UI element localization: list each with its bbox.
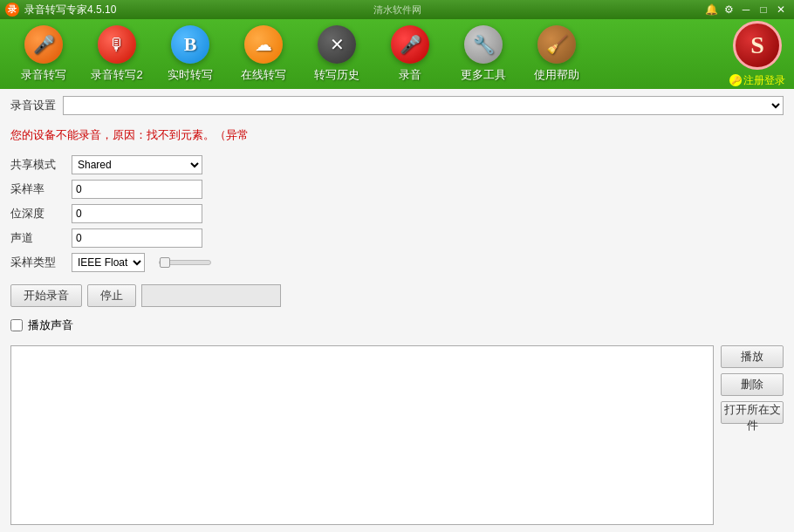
error-text: 您的设备不能录音，原因：找不到元素。（异常	[10, 127, 784, 143]
toolbar-item-online-transcribe[interactable]: ☁ 在线转写	[229, 23, 298, 85]
sample-rate-input[interactable]	[72, 180, 202, 199]
bottom-area: 播放 删除 打开所在文件	[10, 345, 784, 525]
text-area[interactable]	[10, 345, 714, 525]
record-transcribe2-icon: 🎙	[98, 25, 136, 64]
right-buttons: 播放 删除 打开所在文件	[721, 345, 784, 525]
toolbar-item-record-transcribe[interactable]: 🎤 录音转写	[9, 23, 79, 85]
register-label: 注册登录	[743, 73, 785, 88]
bit-depth-input[interactable]	[72, 204, 202, 223]
main-content: 录音设置 您的设备不能录音，原因：找不到元素。（异常 共享模式 Shared 采…	[0, 89, 794, 532]
device-select-row	[63, 96, 784, 115]
slider-thumb	[160, 257, 170, 268]
record-transcribe-icon: 🎤	[24, 25, 63, 64]
stop-button[interactable]: 停止	[87, 284, 136, 307]
title-bar: 录 录音转写专家4.5.10 清水软件网 🔔 ⚙ ─ □ ✕	[0, 0, 794, 19]
record-transcribe-label: 录音转写	[21, 67, 66, 83]
watermark: 清水软件网	[373, 3, 421, 17]
realtime-transcribe-label: 实时转写	[168, 67, 213, 83]
toolbar-item-more-tools[interactable]: 🔧 更多工具	[448, 23, 518, 85]
progress-bar	[141, 284, 281, 307]
sample-type-row: IEEE Float	[72, 253, 211, 272]
channels-input[interactable]	[72, 228, 202, 248]
history-label: 转写历史	[314, 67, 359, 83]
toolbar-item-history[interactable]: ✕ 转写历史	[302, 23, 372, 85]
history-icon: ✕	[318, 25, 356, 64]
title-bar-left: 录 录音转写专家4.5.10	[5, 3, 116, 17]
section-title: 录音设置	[10, 98, 56, 113]
toolbar-item-record[interactable]: 🎤 录音	[375, 23, 445, 85]
maximize-button[interactable]: □	[756, 3, 771, 17]
share-mode-label: 共享模式	[10, 157, 72, 173]
logo: S	[733, 21, 782, 70]
more-tools-icon: 🔧	[464, 25, 503, 64]
play-button[interactable]: 播放	[721, 345, 784, 368]
recording-settings-header: 录音设置	[10, 96, 784, 115]
device-select[interactable]	[63, 96, 784, 115]
action-buttons-row: 开始录音 停止	[10, 284, 784, 307]
title-controls: 🔔 ⚙ ─ □ ✕	[703, 3, 789, 17]
realtime-transcribe-icon: B	[171, 25, 209, 64]
toolbar-item-record-transcribe2[interactable]: 🎙 录音转写2	[82, 23, 152, 85]
delete-button[interactable]: 删除	[721, 373, 784, 396]
play-sound-label: 播放声音	[28, 317, 73, 333]
minimize-button[interactable]: ─	[738, 3, 754, 17]
record-icon: 🎤	[391, 25, 429, 64]
play-sound-checkbox[interactable]	[10, 319, 23, 331]
close-button[interactable]: ✕	[773, 3, 789, 17]
start-recording-button[interactable]: 开始录音	[10, 284, 82, 307]
sample-rate-label: 采样率	[10, 181, 72, 197]
register-button[interactable]: 🔑 注册登录	[729, 73, 785, 88]
sample-type-label: 采样类型	[10, 255, 72, 270]
toolbar-item-realtime-transcribe[interactable]: B 实时转写	[155, 23, 225, 85]
toolbar-item-help[interactable]: 🧹 使用帮助	[522, 23, 592, 85]
record-transcribe2-label: 录音转写2	[91, 67, 142, 83]
online-transcribe-icon: ☁	[244, 25, 283, 64]
share-mode-select[interactable]: Shared	[72, 155, 202, 174]
open-folder-button[interactable]: 打开所在文件	[721, 401, 784, 424]
help-label: 使用帮助	[534, 67, 579, 83]
register-icon: 🔑	[729, 74, 742, 86]
settings-button[interactable]: ⚙	[721, 3, 736, 17]
tray-button[interactable]: 🔔	[703, 3, 719, 17]
online-transcribe-label: 在线转写	[241, 67, 286, 83]
more-tools-label: 更多工具	[461, 67, 506, 83]
toolbar-right: S 🔑 注册登录	[729, 21, 785, 88]
app-icon: 录	[5, 3, 19, 17]
record-label: 录音	[399, 67, 421, 83]
toolbar: 🎤 录音转写 🎙 录音转写2 B 实时转写 ☁ 在线转写 ✕ 转写历史 🎤 录音…	[0, 19, 794, 89]
title-text: 录音转写专家4.5.10	[24, 3, 116, 17]
slider-track[interactable]	[159, 260, 211, 265]
play-sound-row: 播放声音	[10, 317, 784, 333]
form-grid: 共享模式 Shared 采样率 位深度 声道 采样类型 IEEE Float	[10, 155, 784, 272]
channels-label: 声道	[10, 230, 72, 246]
help-icon: 🧹	[537, 25, 576, 64]
sample-type-select[interactable]: IEEE Float	[72, 253, 145, 272]
bit-depth-label: 位深度	[10, 206, 72, 222]
